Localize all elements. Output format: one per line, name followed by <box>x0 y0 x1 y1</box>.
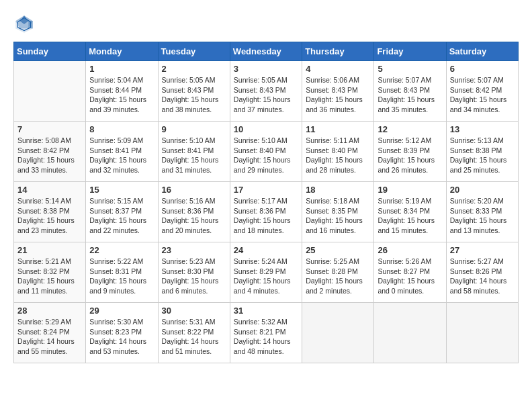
day-number: 29 <box>89 306 154 316</box>
day-detail: Sunrise: 5:11 AM Sunset: 8:40 PM Dayligh… <box>306 136 370 175</box>
calendar-cell: 25Sunrise: 5:25 AM Sunset: 8:28 PM Dayli… <box>302 242 374 303</box>
calendar-cell: 23Sunrise: 5:23 AM Sunset: 8:30 PM Dayli… <box>158 242 230 303</box>
day-detail: Sunrise: 5:13 AM Sunset: 8:38 PM Dayligh… <box>450 136 515 175</box>
day-detail: Sunrise: 5:24 AM Sunset: 8:29 PM Dayligh… <box>234 257 298 296</box>
day-number: 4 <box>306 64 370 74</box>
day-number: 6 <box>450 64 515 74</box>
day-number: 2 <box>162 64 226 74</box>
page-header <box>13 13 519 35</box>
logo-icon <box>13 13 35 35</box>
day-detail: Sunrise: 5:19 AM Sunset: 8:34 PM Dayligh… <box>378 196 442 236</box>
day-detail: Sunrise: 5:18 AM Sunset: 8:35 PM Dayligh… <box>306 196 370 236</box>
day-number: 3 <box>234 64 298 74</box>
day-detail: Sunrise: 5:32 AM Sunset: 8:21 PM Dayligh… <box>234 317 298 357</box>
week-row: 1Sunrise: 5:04 AM Sunset: 8:44 PM Daylig… <box>14 61 519 122</box>
day-detail: Sunrise: 5:23 AM Sunset: 8:30 PM Dayligh… <box>162 257 226 296</box>
calendar-cell: 8Sunrise: 5:09 AM Sunset: 8:41 PM Daylig… <box>86 122 158 182</box>
day-detail: Sunrise: 5:05 AM Sunset: 8:43 PM Dayligh… <box>162 75 226 115</box>
calendar-cell: 22Sunrise: 5:22 AM Sunset: 8:31 PM Dayli… <box>86 242 158 303</box>
day-number: 7 <box>17 124 82 134</box>
day-number: 5 <box>378 64 442 74</box>
day-number: 21 <box>17 245 82 255</box>
day-number: 23 <box>162 245 226 255</box>
calendar-cell <box>446 303 518 363</box>
day-number: 28 <box>17 306 82 316</box>
day-detail: Sunrise: 5:07 AM Sunset: 8:42 PM Dayligh… <box>450 75 515 115</box>
calendar-cell: 13Sunrise: 5:13 AM Sunset: 8:38 PM Dayli… <box>446 122 518 182</box>
weekday-header: Thursday <box>302 42 374 61</box>
calendar-cell <box>14 61 86 122</box>
day-detail: Sunrise: 5:16 AM Sunset: 8:36 PM Dayligh… <box>162 196 226 236</box>
calendar-cell <box>302 303 374 363</box>
weekday-header: Sunday <box>14 42 86 61</box>
day-number: 27 <box>450 245 515 255</box>
calendar-cell: 28Sunrise: 5:29 AM Sunset: 8:24 PM Dayli… <box>14 303 86 363</box>
calendar-cell: 16Sunrise: 5:16 AM Sunset: 8:36 PM Dayli… <box>158 182 230 242</box>
day-detail: Sunrise: 5:31 AM Sunset: 8:22 PM Dayligh… <box>162 317 226 357</box>
calendar-cell <box>374 303 446 363</box>
day-number: 30 <box>162 306 226 316</box>
day-detail: Sunrise: 5:14 AM Sunset: 8:38 PM Dayligh… <box>17 196 82 236</box>
day-number: 15 <box>89 185 154 195</box>
calendar-cell: 24Sunrise: 5:24 AM Sunset: 8:29 PM Dayli… <box>230 242 302 303</box>
day-detail: Sunrise: 5:04 AM Sunset: 8:44 PM Dayligh… <box>89 75 154 115</box>
calendar-cell: 27Sunrise: 5:27 AM Sunset: 8:26 PM Dayli… <box>446 242 518 303</box>
calendar-cell: 1Sunrise: 5:04 AM Sunset: 8:44 PM Daylig… <box>86 61 158 122</box>
day-number: 26 <box>378 245 442 255</box>
day-number: 9 <box>162 124 226 134</box>
calendar-cell: 19Sunrise: 5:19 AM Sunset: 8:34 PM Dayli… <box>374 182 446 242</box>
day-detail: Sunrise: 5:05 AM Sunset: 8:43 PM Dayligh… <box>234 75 298 115</box>
day-number: 22 <box>89 245 154 255</box>
day-number: 18 <box>306 185 370 195</box>
day-number: 1 <box>89 64 154 74</box>
calendar-cell: 30Sunrise: 5:31 AM Sunset: 8:22 PM Dayli… <box>158 303 230 363</box>
day-detail: Sunrise: 5:10 AM Sunset: 8:40 PM Dayligh… <box>234 136 298 175</box>
day-detail: Sunrise: 5:22 AM Sunset: 8:31 PM Dayligh… <box>89 257 154 296</box>
calendar-cell: 31Sunrise: 5:32 AM Sunset: 8:21 PM Dayli… <box>230 303 302 363</box>
calendar-cell: 18Sunrise: 5:18 AM Sunset: 8:35 PM Dayli… <box>302 182 374 242</box>
day-detail: Sunrise: 5:17 AM Sunset: 8:36 PM Dayligh… <box>234 196 298 236</box>
calendar-cell: 10Sunrise: 5:10 AM Sunset: 8:40 PM Dayli… <box>230 122 302 182</box>
calendar-cell: 29Sunrise: 5:30 AM Sunset: 8:23 PM Dayli… <box>86 303 158 363</box>
calendar-cell: 5Sunrise: 5:07 AM Sunset: 8:43 PM Daylig… <box>374 61 446 122</box>
week-row: 7Sunrise: 5:08 AM Sunset: 8:42 PM Daylig… <box>14 122 519 182</box>
day-detail: Sunrise: 5:12 AM Sunset: 8:39 PM Dayligh… <box>378 136 442 175</box>
day-detail: Sunrise: 5:20 AM Sunset: 8:33 PM Dayligh… <box>450 196 515 236</box>
weekday-header: Tuesday <box>158 42 230 61</box>
weekday-header: Wednesday <box>230 42 302 61</box>
day-detail: Sunrise: 5:25 AM Sunset: 8:28 PM Dayligh… <box>306 257 370 296</box>
day-number: 16 <box>162 185 226 195</box>
day-number: 24 <box>234 245 298 255</box>
weekday-header: Saturday <box>446 42 518 61</box>
day-detail: Sunrise: 5:07 AM Sunset: 8:43 PM Dayligh… <box>378 75 442 115</box>
calendar-cell: 9Sunrise: 5:10 AM Sunset: 8:41 PM Daylig… <box>158 122 230 182</box>
week-row: 28Sunrise: 5:29 AM Sunset: 8:24 PM Dayli… <box>14 303 519 363</box>
day-number: 13 <box>450 124 515 134</box>
calendar-cell: 14Sunrise: 5:14 AM Sunset: 8:38 PM Dayli… <box>14 182 86 242</box>
calendar-cell: 21Sunrise: 5:21 AM Sunset: 8:32 PM Dayli… <box>14 242 86 303</box>
weekday-header-row: SundayMondayTuesdayWednesdayThursdayFrid… <box>14 42 519 61</box>
calendar-cell: 4Sunrise: 5:06 AM Sunset: 8:43 PM Daylig… <box>302 61 374 122</box>
calendar-cell: 15Sunrise: 5:15 AM Sunset: 8:37 PM Dayli… <box>86 182 158 242</box>
calendar-cell: 7Sunrise: 5:08 AM Sunset: 8:42 PM Daylig… <box>14 122 86 182</box>
calendar-cell: 12Sunrise: 5:12 AM Sunset: 8:39 PM Dayli… <box>374 122 446 182</box>
calendar-cell: 17Sunrise: 5:17 AM Sunset: 8:36 PM Dayli… <box>230 182 302 242</box>
day-number: 12 <box>378 124 442 134</box>
calendar-table: SundayMondayTuesdayWednesdayThursdayFrid… <box>13 42 519 363</box>
day-number: 20 <box>450 185 515 195</box>
day-number: 10 <box>234 124 298 134</box>
day-number: 19 <box>378 185 442 195</box>
week-row: 14Sunrise: 5:14 AM Sunset: 8:38 PM Dayli… <box>14 182 519 242</box>
day-detail: Sunrise: 5:26 AM Sunset: 8:27 PM Dayligh… <box>378 257 442 296</box>
day-number: 17 <box>234 185 298 195</box>
day-number: 8 <box>89 124 154 134</box>
day-number: 25 <box>306 245 370 255</box>
calendar-cell: 2Sunrise: 5:05 AM Sunset: 8:43 PM Daylig… <box>158 61 230 122</box>
day-detail: Sunrise: 5:30 AM Sunset: 8:23 PM Dayligh… <box>89 317 154 357</box>
weekday-header: Friday <box>374 42 446 61</box>
weekday-header: Monday <box>86 42 158 61</box>
calendar-cell: 3Sunrise: 5:05 AM Sunset: 8:43 PM Daylig… <box>230 61 302 122</box>
day-detail: Sunrise: 5:10 AM Sunset: 8:41 PM Dayligh… <box>162 136 226 175</box>
day-detail: Sunrise: 5:15 AM Sunset: 8:37 PM Dayligh… <box>89 196 154 236</box>
day-detail: Sunrise: 5:08 AM Sunset: 8:42 PM Dayligh… <box>17 136 82 175</box>
